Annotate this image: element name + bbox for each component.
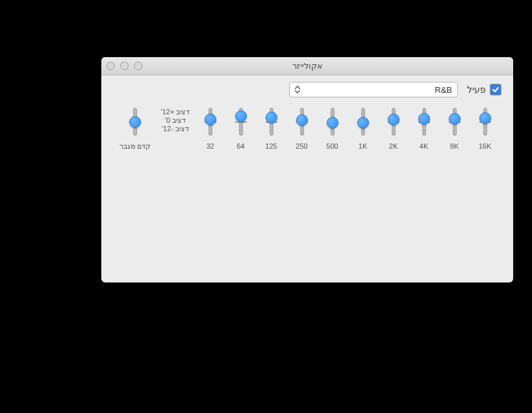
slider-wrap[interactable] bbox=[234, 108, 248, 136]
window-title: אקולייזר bbox=[101, 61, 513, 71]
slider-thumb[interactable] bbox=[205, 114, 216, 125]
slider-wrap[interactable] bbox=[386, 108, 401, 136]
equalizer-area: קדם מגבר 'דציב +12 'דציב 0 'דציב -12 326… bbox=[101, 101, 513, 162]
band-freq-label: 500 bbox=[326, 142, 338, 151]
zoom-icon[interactable] bbox=[134, 62, 142, 70]
band-slider-500[interactable]: 500 bbox=[318, 104, 347, 151]
slider-wrap[interactable] bbox=[448, 108, 462, 136]
scale-labels: 'דציב +12 'דציב 0 'דציב -12 bbox=[156, 104, 195, 151]
window-controls bbox=[107, 62, 142, 70]
band-slider-8K[interactable]: 8K bbox=[440, 104, 469, 151]
slider-wrap[interactable] bbox=[295, 108, 309, 136]
preset-value: R&B bbox=[435, 85, 452, 95]
band-slider-4K[interactable]: 4K bbox=[410, 104, 438, 151]
slider-wrap[interactable] bbox=[203, 108, 218, 136]
band-freq-label: 16K bbox=[479, 142, 492, 151]
slider-wrap[interactable] bbox=[356, 108, 370, 136]
slider-thumb[interactable] bbox=[388, 114, 399, 125]
band-slider-64[interactable]: 64 bbox=[227, 104, 255, 151]
active-label: פעיל bbox=[467, 84, 486, 95]
band-freq-label: 250 bbox=[296, 142, 307, 151]
slider-thumb[interactable] bbox=[129, 116, 141, 128]
checkmark-icon bbox=[492, 86, 500, 94]
close-icon[interactable] bbox=[107, 62, 115, 70]
preamp-slider[interactable] bbox=[128, 108, 142, 136]
slider-wrap[interactable] bbox=[264, 108, 279, 136]
band-freq-label: 2K bbox=[389, 142, 398, 151]
band-slider-250[interactable]: 250 bbox=[288, 104, 316, 151]
minimize-icon[interactable] bbox=[120, 62, 129, 70]
band-freq-label: 8K bbox=[450, 142, 459, 151]
titlebar: אקולייזר bbox=[101, 57, 513, 75]
slider-thumb[interactable] bbox=[357, 117, 369, 129]
slider-thumb[interactable] bbox=[296, 114, 308, 126]
equalizer-window: אקולייזר פעיל R&B קדם מגבר 'ד bbox=[101, 57, 513, 282]
band-freq-label: 64 bbox=[236, 142, 244, 151]
slider-wrap[interactable] bbox=[478, 108, 492, 136]
slider-thumb[interactable] bbox=[479, 112, 491, 124]
slider-thumb[interactable] bbox=[327, 117, 338, 129]
band-freq-label: 32 bbox=[206, 142, 214, 151]
band-slider-32[interactable]: 32 bbox=[196, 104, 225, 151]
slider-thumb[interactable] bbox=[449, 113, 461, 125]
band-freq-label: 4K bbox=[420, 142, 428, 151]
slider-thumb[interactable] bbox=[266, 112, 277, 123]
preamp-label: קדם מגבר bbox=[120, 142, 151, 151]
band-freq-label: 125 bbox=[265, 142, 277, 151]
scale-top: 'דציב +12 bbox=[158, 108, 192, 116]
band-slider-1K[interactable]: 1K bbox=[349, 104, 377, 151]
toolbar: פעיל R&B bbox=[101, 75, 513, 101]
band-freq-label: 1K bbox=[359, 142, 367, 151]
bands-section: 32641252505001K2K4K8K16K bbox=[195, 104, 500, 151]
scale-mid: 'דציב 0 bbox=[158, 116, 192, 125]
band-slider-16K[interactable]: 16K bbox=[471, 104, 500, 151]
preset-dropdown[interactable]: R&B bbox=[289, 82, 458, 97]
band-slider-2K[interactable]: 2K bbox=[379, 104, 408, 151]
active-checkbox[interactable] bbox=[490, 84, 501, 95]
active-checkbox-wrap[interactable]: פעיל bbox=[467, 84, 501, 95]
preamp-section: קדם מגבר bbox=[114, 104, 156, 151]
scale-bottom: 'דציב -12 bbox=[158, 125, 192, 133]
slider-thumb[interactable] bbox=[235, 110, 247, 122]
slider-thumb[interactable] bbox=[418, 113, 430, 125]
slider-wrap[interactable] bbox=[325, 108, 340, 136]
slider-wrap[interactable] bbox=[417, 108, 431, 136]
band-slider-125[interactable]: 125 bbox=[257, 104, 286, 151]
chevron-updown-icon bbox=[292, 86, 303, 94]
